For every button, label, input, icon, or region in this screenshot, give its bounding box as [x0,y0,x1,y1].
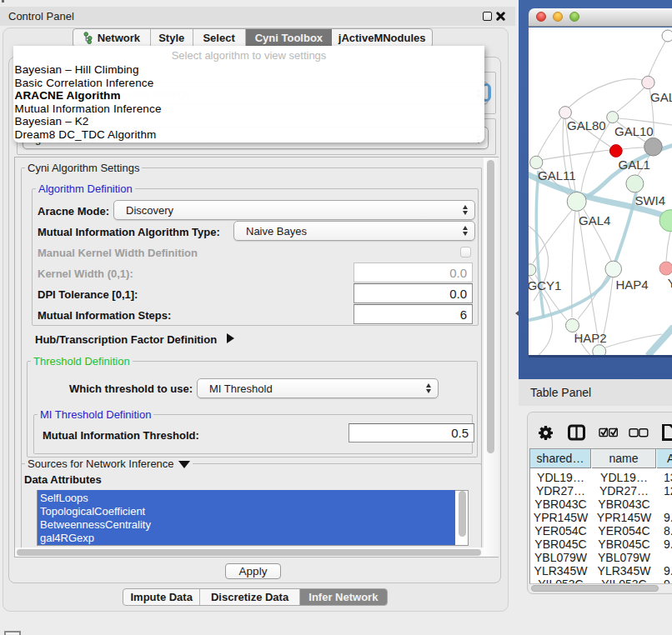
svg-text:GAL7: GAL7 [650,90,672,104]
svg-text:GAL10: GAL10 [614,124,654,138]
svg-text:SWI4: SWI4 [634,193,665,208]
svg-text:GAL80: GAL80 [567,118,606,132]
svg-text:HAP4: HAP4 [615,278,648,292]
svg-text:GAL4: GAL4 [579,213,610,228]
svg-text:GAL1: GAL1 [619,158,650,172]
svg-text:GAL11: GAL11 [538,168,576,182]
svg-text:Y: Y [668,276,672,290]
svg-text:GCY1: GCY1 [529,278,561,292]
svg-text:HAP2: HAP2 [574,331,607,345]
